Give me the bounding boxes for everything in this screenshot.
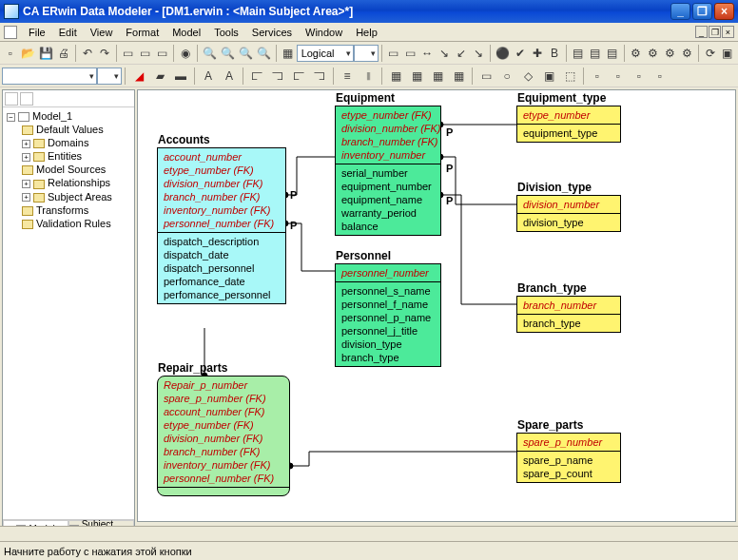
print-icon[interactable]: 🖨 <box>56 44 71 63</box>
key-icon[interactable]: ✚ <box>530 44 545 63</box>
align-icon[interactable]: ⫍ <box>247 67 266 86</box>
zoom-in-icon[interactable]: 🔍 <box>202 44 218 63</box>
font-combo[interactable] <box>2 68 97 85</box>
expand-icon[interactable]: + <box>22 193 30 202</box>
color-icon[interactable]: ◢ <box>129 67 148 86</box>
bold-icon[interactable]: B <box>547 44 562 63</box>
redo-icon[interactable]: ↷ <box>97 44 112 63</box>
expand-icon[interactable]: + <box>22 140 30 148</box>
sel-combo[interactable] <box>354 45 379 62</box>
menu-file[interactable]: File <box>23 25 51 40</box>
expand-icon[interactable]: + <box>22 153 30 162</box>
tree-item[interactable]: Validation Rules <box>20 217 132 230</box>
tool-icon[interactable]: ▭ <box>154 44 169 63</box>
mdi-close[interactable]: × <box>722 26 734 38</box>
misc-icon[interactable]: ▫ <box>630 67 649 86</box>
menu-model[interactable]: Model <box>166 25 206 40</box>
settings-icon[interactable]: ⚙ <box>662 44 677 63</box>
dist-icon[interactable]: ≡ <box>338 67 357 86</box>
expand-icon[interactable]: + <box>22 180 30 188</box>
menu-format[interactable]: Format <box>120 25 165 40</box>
entity-equipment-type[interactable]: Equipment_type etype_number equipment_ty… <box>516 106 621 143</box>
minimize-button[interactable]: _ <box>670 3 690 20</box>
tree-btn[interactable] <box>20 92 33 106</box>
entity-accounts[interactable]: Accounts account_number etype_number (FK… <box>157 147 286 304</box>
close-button[interactable]: × <box>714 3 734 20</box>
shape-icon[interactable]: ◇ <box>518 67 537 86</box>
group-icon[interactable]: ▦ <box>449 67 468 86</box>
db-icon[interactable]: ▤ <box>571 44 586 63</box>
tree-item[interactable]: +Domains <box>20 136 132 149</box>
menu-view[interactable]: View <box>85 25 119 40</box>
shape-icon[interactable]: ▣ <box>539 67 558 86</box>
entity-equipment[interactable]: Equipment etype_number (FK) division_num… <box>335 106 441 236</box>
mdi-minimize[interactable]: _ <box>695 26 708 38</box>
rel-icon[interactable]: ↙ <box>454 44 469 63</box>
collapse-icon[interactable]: − <box>7 113 15 122</box>
font-icon[interactable]: A <box>199 67 218 86</box>
settings-icon[interactable]: ⚙ <box>628 44 643 63</box>
sync-icon[interactable]: ⟳ <box>703 44 718 63</box>
align-icon[interactable]: ⫎ <box>268 67 287 86</box>
menu-services[interactable]: Services <box>246 25 298 40</box>
tree-item[interactable]: Default Values <box>20 123 132 136</box>
align-icon[interactable]: ⫍ <box>289 67 308 86</box>
shape-icon[interactable]: ○ <box>497 67 516 86</box>
tree-item[interactable]: +Subject Areas <box>20 190 132 203</box>
misc-icon[interactable]: ▫ <box>651 67 670 86</box>
tool-icon[interactable]: ▭ <box>137 44 152 63</box>
fill-icon[interactable]: ▰ <box>150 67 169 86</box>
view-combo[interactable]: Logical <box>297 45 354 62</box>
diagram-canvas[interactable]: P P P P P Accounts account_number etype_… <box>137 89 736 522</box>
shape-icon[interactable]: ⬚ <box>560 67 579 86</box>
tree-root[interactable]: −Model_1 <box>5 109 132 123</box>
rel-icon[interactable]: ↘ <box>437 44 452 63</box>
mdi-restore[interactable]: ❐ <box>709 26 721 38</box>
line-icon[interactable]: ▬ <box>171 67 190 86</box>
tool-icon[interactable]: ▭ <box>120 44 135 63</box>
save-icon[interactable]: 💾 <box>38 44 54 63</box>
refresh-icon[interactable]: ◉ <box>178 44 193 63</box>
rel-icon[interactable]: ↔ <box>419 44 435 63</box>
layout-icon[interactable]: ▦ <box>281 44 296 63</box>
menu-help[interactable]: Help <box>350 25 383 40</box>
group-icon[interactable]: ▦ <box>428 67 447 86</box>
group-icon[interactable]: ▦ <box>407 67 426 86</box>
size-combo[interactable] <box>97 68 122 85</box>
misc-icon[interactable]: ▫ <box>609 67 628 86</box>
entity-icon[interactable]: ▭ <box>402 44 418 63</box>
anchor-icon[interactable]: ⚫ <box>495 44 511 63</box>
settings-icon[interactable]: ⚙ <box>645 44 660 63</box>
tree-body[interactable]: −Model_1 Default Values +Domains +Entiti… <box>3 107 134 519</box>
zoom-reset-icon[interactable]: 🔍 <box>256 44 272 63</box>
undo-icon[interactable]: ↶ <box>80 44 95 63</box>
select-icon[interactable]: ▭ <box>385 44 400 63</box>
zoom-fit-icon[interactable]: 🔍 <box>238 44 254 63</box>
tree-item[interactable]: Transforms <box>20 203 132 217</box>
group-icon[interactable]: ▦ <box>386 67 405 86</box>
tree-item[interactable]: +Entities <box>20 149 132 163</box>
tree-btn[interactable] <box>5 92 18 106</box>
entity-repair-parts[interactable]: Repair_parts Repair_p_number spare_p_num… <box>157 376 290 496</box>
sync-icon[interactable]: ▣ <box>720 44 735 63</box>
menu-edit[interactable]: Edit <box>53 25 83 40</box>
entity-personnel[interactable]: Personnel personnel_number personnel_s_n… <box>335 263 441 367</box>
align-icon[interactable]: ⫎ <box>310 67 329 86</box>
entity-spare-parts[interactable]: Spare_parts spare_p_number spare_p_name … <box>516 433 621 483</box>
tree-item[interactable]: +Relationships <box>20 176 132 189</box>
tree-item[interactable]: Model Sources <box>20 163 132 176</box>
settings-icon[interactable]: ⚙ <box>679 44 694 63</box>
open-icon[interactable]: 📂 <box>20 44 36 63</box>
check-icon[interactable]: ✔ <box>513 44 528 63</box>
dist-icon[interactable]: ⦀ <box>359 67 378 86</box>
maximize-button[interactable]: ❐ <box>692 3 712 20</box>
db-icon[interactable]: ▤ <box>588 44 603 63</box>
new-icon[interactable]: ▫ <box>3 44 18 63</box>
misc-icon[interactable]: ▫ <box>588 67 607 86</box>
font-icon[interactable]: A <box>220 67 239 86</box>
entity-division-type[interactable]: Division_type division_number division_t… <box>516 195 621 232</box>
entity-branch-type[interactable]: Branch_type branch_number branch_type <box>516 296 621 333</box>
rel-icon[interactable]: ↘ <box>471 44 486 63</box>
zoom-out-icon[interactable]: 🔍 <box>220 44 236 63</box>
db-icon[interactable]: ▤ <box>605 44 620 63</box>
